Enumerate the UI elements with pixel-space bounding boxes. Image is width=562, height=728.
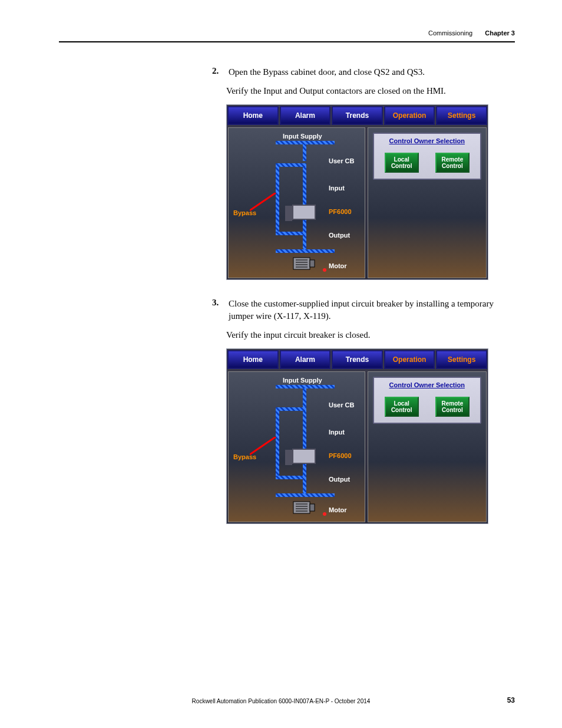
hmi2-motor-icon bbox=[292, 498, 317, 517]
hmi2-wire-v3 bbox=[303, 464, 306, 497]
hmi2-pf6000-box bbox=[292, 449, 316, 464]
hmi2-tab-trends[interactable]: Trends bbox=[332, 350, 383, 369]
hmi2-control-panel-area: Control Owner Selection Local Control Re… bbox=[368, 371, 487, 522]
hmi2-status-dot-motor bbox=[323, 512, 326, 516]
tab-alarm[interactable]: Alarm bbox=[280, 106, 331, 125]
hmi2-wire-v1 bbox=[303, 388, 306, 407]
wire-v1 bbox=[303, 144, 306, 161]
hmi2-label-user-cb: User CB bbox=[329, 401, 354, 409]
tab-trends[interactable]: Trends bbox=[332, 106, 383, 125]
hmi2-diagram-panel: Input Supply Bypass User CB bbox=[228, 371, 365, 522]
wire-bottom bbox=[276, 249, 335, 253]
hmi2-tab-home[interactable]: Home bbox=[227, 350, 279, 369]
hmi2-wire-v2 bbox=[303, 411, 306, 449]
hmi2-local-line2: Control bbox=[391, 407, 412, 413]
hmi2-tab-settings[interactable]: Settings bbox=[436, 350, 487, 369]
motor-icon bbox=[292, 254, 317, 273]
tab-operation[interactable]: Operation bbox=[384, 106, 435, 125]
label-user-cb: User CB bbox=[329, 157, 354, 164]
hmi2-local-line1: Local bbox=[394, 400, 409, 407]
hmi2-tab-alarm[interactable]: Alarm bbox=[280, 350, 331, 369]
hmi2-label-output: Output bbox=[329, 476, 350, 483]
hmi2-control-owner-panel: Control Owner Selection Local Control Re… bbox=[373, 377, 481, 424]
header-section: Commissioning bbox=[428, 29, 472, 37]
step-3-verify: Verify the input circuit breaker is clos… bbox=[226, 330, 515, 340]
label-bypass: Bypass bbox=[233, 209, 256, 216]
hmi2-label-input-supply: Input Supply bbox=[283, 377, 322, 384]
local-line2: Control bbox=[391, 163, 412, 169]
hmi2-remote-line2: Control bbox=[442, 407, 463, 413]
hmi2-label-bypass: Bypass bbox=[233, 453, 256, 460]
local-control-button[interactable]: Local Control bbox=[385, 153, 419, 173]
hmi2-label-motor: Motor bbox=[329, 506, 347, 513]
footer-publication: Rockwell Automation Publication 6000-IN0… bbox=[0, 698, 562, 704]
hmi2-remote-line1: Remote bbox=[442, 400, 464, 407]
wire-h1 bbox=[276, 163, 306, 167]
svg-line-6 bbox=[250, 193, 276, 210]
page-header: Commissioning Chapter 3 bbox=[59, 29, 515, 42]
hmi2-wire-h2 bbox=[276, 476, 306, 479]
hmi-diagram-panel: Input Supply Bypass User CB bbox=[228, 127, 365, 278]
remote-line1: Remote bbox=[442, 156, 464, 163]
hmi-screenshot-2: Home Alarm Trends Operation Settings Inp… bbox=[226, 348, 488, 524]
status-dot-motor bbox=[323, 268, 326, 272]
step-2-text: Open the Bypass cabinet door, and close … bbox=[229, 66, 514, 78]
step-2-verify: Verify the Input and Output contactors a… bbox=[226, 86, 515, 96]
svg-rect-0 bbox=[293, 258, 310, 269]
hmi-control-panel-area: Control Owner Selection Local Control Re… bbox=[368, 127, 487, 278]
hmi2-tab-operation[interactable]: Operation bbox=[384, 350, 435, 369]
hmi2-local-control-button[interactable]: Local Control bbox=[385, 397, 419, 417]
control-owner-title: Control Owner Selection bbox=[376, 137, 478, 144]
remote-control-button[interactable]: Remote Control bbox=[435, 153, 470, 173]
hmi-tabs: Home Alarm Trends Operation Settings bbox=[227, 105, 488, 126]
hmi2-wire-h1 bbox=[276, 407, 306, 411]
step-3-text: Close the customer-supplied input circui… bbox=[229, 298, 514, 322]
tab-home[interactable]: Home bbox=[227, 106, 279, 125]
hmi2-label-input: Input bbox=[329, 429, 345, 436]
local-line1: Local bbox=[394, 156, 409, 163]
control-owner-panel: Control Owner Selection Local Control Re… bbox=[373, 133, 481, 180]
step-2-number: 2. bbox=[212, 66, 226, 76]
hmi2-wire-bottom bbox=[276, 493, 335, 497]
tab-settings[interactable]: Settings bbox=[436, 106, 487, 125]
svg-rect-7 bbox=[293, 502, 310, 513]
remote-line2: Control bbox=[442, 163, 463, 169]
label-output: Output bbox=[329, 232, 350, 239]
svg-rect-1 bbox=[310, 260, 315, 267]
hmi2-label-pf6000: PF6000 bbox=[329, 452, 352, 459]
wire-v3 bbox=[303, 220, 306, 253]
pf6000-box bbox=[292, 205, 316, 220]
hmi2-tabs: Home Alarm Trends Operation Settings bbox=[227, 349, 488, 370]
hmi-screenshot-1: Home Alarm Trends Operation Settings Inp… bbox=[226, 104, 488, 280]
step-2: 2. Open the Bypass cabinet door, and clo… bbox=[212, 66, 515, 78]
wire-v2 bbox=[303, 167, 306, 205]
hmi2-control-owner-title: Control Owner Selection bbox=[376, 381, 478, 388]
step-3-number: 3. bbox=[212, 298, 226, 308]
page-number: 53 bbox=[507, 696, 515, 704]
svg-rect-8 bbox=[310, 504, 315, 511]
label-pf6000: PF6000 bbox=[329, 208, 352, 215]
wire-h2 bbox=[276, 232, 306, 235]
label-motor: Motor bbox=[329, 262, 347, 269]
header-chapter: Chapter 3 bbox=[485, 29, 515, 37]
step-3: 3. Close the customer-supplied input cir… bbox=[212, 298, 515, 322]
hmi2-remote-control-button[interactable]: Remote Control bbox=[435, 397, 470, 417]
svg-line-13 bbox=[250, 437, 276, 454]
label-input-supply: Input Supply bbox=[283, 133, 322, 140]
label-input: Input bbox=[329, 185, 345, 192]
